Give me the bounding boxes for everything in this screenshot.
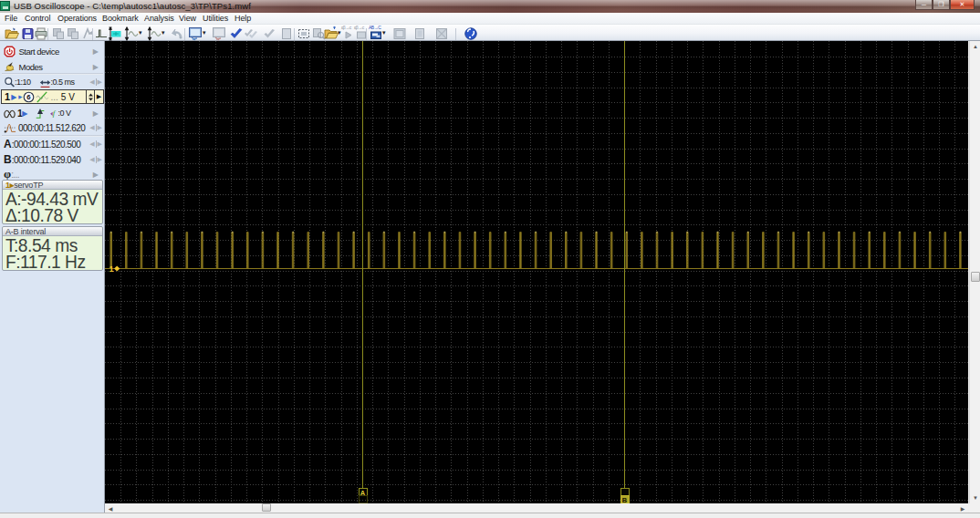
svg-text:B: B — [622, 496, 628, 503]
svg-text:f: f — [52, 109, 56, 118]
svg-text:A: A — [360, 489, 366, 497]
svg-text:1: 1 — [109, 264, 114, 274]
svg-text:6: 6 — [26, 93, 30, 101]
